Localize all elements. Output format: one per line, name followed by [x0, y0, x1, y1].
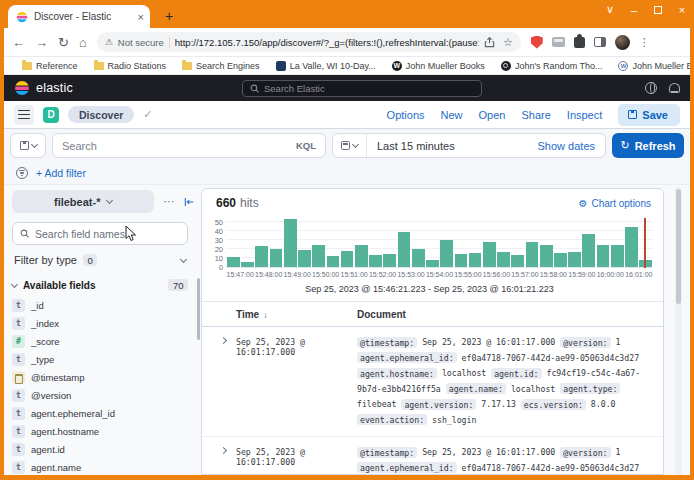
histogram-bar[interactable]	[426, 260, 439, 267]
field-item[interactable]: tagent.name	[12, 461, 195, 474]
bookmark-star-icon[interactable]: ☆	[503, 36, 513, 49]
histogram-bar[interactable]	[568, 252, 581, 267]
chart-options-button[interactable]: ⚙ Chart options	[579, 198, 651, 209]
histogram-bar[interactable]	[312, 245, 325, 267]
extension-shield-icon[interactable]	[531, 36, 543, 49]
histogram-bar[interactable]	[526, 242, 539, 267]
field-item[interactable]: #_score	[12, 335, 195, 348]
available-fields-header[interactable]: Available fields 70	[12, 279, 188, 291]
collapse-sidebar-icon[interactable]	[184, 197, 195, 207]
nav-link-share[interactable]: Share	[521, 109, 550, 121]
window-minimize-icon[interactable]: –	[628, 4, 640, 16]
window-close-icon[interactable]: ×	[676, 4, 688, 16]
histogram-bar[interactable]	[440, 240, 453, 267]
histogram-bar[interactable]	[298, 250, 311, 267]
histogram-bar[interactable]	[383, 254, 396, 268]
save-button[interactable]: Save	[618, 104, 680, 126]
share-icon[interactable]	[484, 37, 495, 48]
index-pattern-switcher[interactable]: filebeat-*	[12, 190, 154, 213]
browser-tab[interactable]: Discover - Elastic ×	[8, 5, 150, 28]
nav-link-inspect[interactable]: Inspect	[567, 109, 602, 121]
field-item[interactable]: t_id	[12, 299, 195, 312]
alerts-bell-icon[interactable]	[669, 83, 680, 94]
field-item[interactable]: tagent.ephemeral_id	[12, 407, 195, 420]
bookmark-item[interactable]: Radio Stations	[86, 61, 175, 71]
refresh-button[interactable]: ↻ Refresh	[612, 133, 684, 158]
window-maximize-icon[interactable]	[652, 4, 664, 16]
field-item[interactable]: @timestamp	[12, 371, 195, 384]
histogram-bar[interactable]	[611, 245, 624, 268]
histogram-bar[interactable]	[398, 232, 411, 267]
histogram-bar[interactable]	[455, 254, 468, 268]
field-item[interactable]: t_type	[12, 353, 195, 366]
field-item[interactable]: tagent.hostname	[12, 425, 195, 438]
histogram-bar[interactable]	[241, 262, 254, 267]
forward-icon[interactable]: →	[35, 36, 48, 49]
histogram-bar[interactable]	[369, 255, 382, 267]
global-search-input[interactable]: Search Elastic	[242, 80, 482, 97]
field-item[interactable]: t@version	[12, 389, 195, 402]
histogram-bar[interactable]	[511, 255, 524, 267]
time-column-header[interactable]: Time ↓	[236, 309, 357, 320]
url-bar[interactable]: ⚠ Not secure http://172.105.7.150/app/di…	[97, 32, 521, 52]
new-tab-button[interactable]: +	[160, 7, 178, 25]
table-row[interactable]: Sep 25, 2023 @ 16:01:17.000@timestamp: S…	[202, 437, 663, 474]
histogram-bar[interactable]	[582, 234, 595, 267]
time-range-value[interactable]: Last 15 minutes	[367, 140, 538, 152]
table-row[interactable]: Sep 25, 2023 @ 16:01:17.000@timestamp: S…	[202, 327, 663, 437]
saved-query-menu-button[interactable]	[10, 133, 46, 158]
histogram-bar[interactable]	[540, 245, 553, 268]
bookmark-item[interactable]: John's Random Tho...	[493, 61, 611, 71]
expand-row-button[interactable]	[210, 335, 236, 428]
kql-language-button[interactable]: KQL	[296, 140, 316, 151]
histogram-bar[interactable]	[412, 249, 425, 267]
tab-close-icon[interactable]: ×	[134, 11, 144, 23]
filter-set-icon[interactable]	[16, 167, 28, 179]
expand-row-button[interactable]	[210, 445, 236, 474]
show-dates-button[interactable]: Show dates	[538, 140, 605, 152]
nav-link-open[interactable]: Open	[479, 109, 506, 121]
histogram-bar[interactable]	[227, 257, 240, 267]
histogram-bar[interactable]	[255, 246, 268, 267]
content-scrollbar[interactable]	[675, 187, 682, 475]
histogram-bar[interactable]	[327, 256, 340, 267]
histogram-bar[interactable]	[497, 252, 510, 267]
side-panel-icon[interactable]	[594, 37, 606, 47]
sidebar-scrollbar[interactable]	[197, 278, 200, 340]
nav-link-options[interactable]: Options	[387, 109, 425, 121]
browser-menu-icon[interactable]: ⋮	[639, 36, 650, 49]
chart-plot-area[interactable]	[226, 218, 653, 268]
field-item[interactable]: t_index	[12, 317, 195, 330]
window-menu-icon[interactable]: ∨	[604, 3, 616, 16]
space-badge[interactable]: D	[43, 107, 59, 123]
bookmark-item[interactable]: Reference	[14, 61, 86, 71]
histogram-bar[interactable]	[469, 253, 482, 267]
home-icon[interactable]: ⌂	[79, 36, 87, 49]
histogram-bar[interactable]	[597, 245, 610, 268]
extensions-puzzle-icon[interactable]	[574, 37, 585, 48]
histogram-bar[interactable]	[355, 245, 368, 268]
reload-icon[interactable]: ↻	[58, 36, 69, 49]
scrollbar-thumb[interactable]	[676, 189, 681, 304]
back-icon[interactable]: ←	[12, 36, 25, 49]
profile-avatar[interactable]	[615, 35, 630, 50]
histogram-bar[interactable]	[341, 251, 354, 267]
date-picker-menu-button[interactable]	[333, 134, 367, 157]
help-icon[interactable]	[645, 82, 657, 94]
histogram-bar[interactable]	[483, 242, 496, 267]
bookmark-item[interactable]: Search Engines	[174, 61, 268, 71]
histogram-bar[interactable]	[625, 227, 638, 267]
extension-gray-icon[interactable]	[552, 37, 565, 47]
breadcrumb[interactable]: Discover	[68, 106, 134, 123]
filter-by-type-button[interactable]: Filter by type 0	[12, 252, 188, 268]
field-search-input[interactable]: Search field names	[12, 222, 188, 245]
menu-hamburger-icon[interactable]	[14, 105, 34, 125]
field-item[interactable]: tagent.id	[12, 443, 195, 456]
histogram-bar[interactable]	[554, 253, 567, 267]
bookmark-item[interactable]: WJohn Mueller Books...	[610, 61, 690, 71]
histogram-bar[interactable]	[270, 249, 283, 267]
index-options-icon[interactable]: ⋯	[163, 195, 175, 208]
nav-link-new[interactable]: New	[441, 109, 463, 121]
histogram-bar[interactable]	[284, 219, 297, 267]
bookmark-item[interactable]: WJohn Mueller Books	[384, 61, 493, 71]
